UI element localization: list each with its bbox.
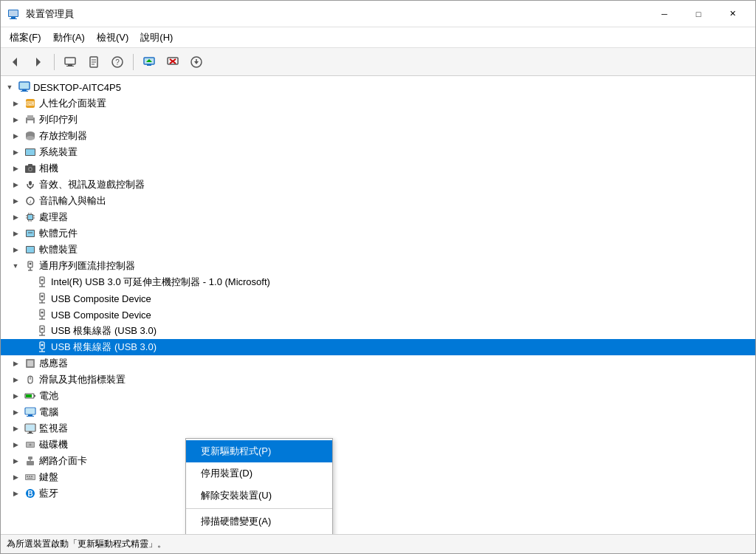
bluetooth-label: 藍牙: [39, 487, 58, 500]
software-dev-icon: [24, 243, 37, 256]
humanize-icon: ⌨: [24, 97, 37, 110]
tree-audio[interactable]: ▶ 音效、視訊及遊戲控制器: [1, 177, 755, 193]
disk-label: 磁碟機: [39, 438, 68, 451]
toolbar: ?: [1, 48, 755, 76]
menu-help[interactable]: 說明(H): [134, 27, 179, 48]
tree-monitor[interactable]: ▶ 監視器: [1, 420, 755, 437]
toolbar-sep-1: [54, 54, 55, 70]
menu-action[interactable]: 動作(A): [47, 27, 91, 48]
toolbar-download[interactable]: [185, 52, 207, 72]
tree-intel-usb[interactable]: ▶ Intel(R) USB 3.0 可延伸主機控制器 - 1.0 (Micro…: [1, 274, 755, 290]
svg-rect-104: [27, 461, 34, 465]
toolbar-help[interactable]: ?: [106, 52, 128, 72]
keyboard-label: 鍵盤: [39, 471, 58, 484]
expand-print[interactable]: ▶: [10, 114, 21, 126]
expand-battery[interactable]: ▶: [10, 390, 21, 402]
tree-mouse[interactable]: ▶ 滑鼠及其他指標裝置: [1, 372, 755, 388]
toolbar-remove[interactable]: [162, 52, 184, 72]
usb-ctrl-icon: [24, 259, 37, 273]
tree-usb-composite1[interactable]: ▶ USB Composite Device: [1, 290, 755, 307]
svg-rect-99: [29, 431, 32, 433]
svg-rect-58: [27, 230, 34, 236]
svg-text:B: B: [27, 490, 32, 498]
tree-software-comp[interactable]: ▶ 軟體元件: [1, 225, 755, 242]
svg-rect-91: [26, 394, 32, 397]
menu-view[interactable]: 檢視(V): [91, 27, 134, 48]
tree-bluetooth[interactable]: ▶ B 藍牙: [1, 485, 755, 502]
toolbar-monitor[interactable]: [138, 52, 160, 72]
usb-composite1-icon: [35, 292, 49, 305]
tree-disk[interactable]: ▶ 磁碟機: [1, 437, 755, 453]
expand-software-dev[interactable]: ▶: [10, 244, 21, 256]
ctx-update[interactable]: 更新驅動程式(P): [186, 440, 332, 462]
expand-disk[interactable]: ▶: [10, 439, 21, 451]
expand-computer[interactable]: ▶: [10, 406, 21, 418]
expand-audio[interactable]: ▶: [10, 179, 21, 191]
expand-sensor[interactable]: ▶: [10, 358, 21, 369]
close-button[interactable]: ✕: [715, 1, 749, 27]
expand-system[interactable]: ▶: [10, 146, 21, 158]
tree-keyboard[interactable]: ▶ 鍵盤: [1, 469, 755, 485]
minimize-button[interactable]: ─: [647, 1, 681, 27]
menu-file[interactable]: 檔案(F): [4, 27, 47, 48]
toolbar-computer[interactable]: [59, 52, 81, 72]
tree-sensor[interactable]: ▶ 感應器: [1, 355, 755, 372]
svg-rect-109: [27, 476, 28, 477]
storage-label: 存放控制器: [39, 129, 87, 143]
usb-hub2-label: USB 根集線器 (USB 3.0): [51, 341, 157, 354]
expand-software-comp[interactable]: ▶: [10, 228, 21, 239]
software-comp-icon: [24, 227, 37, 240]
svg-rect-3: [9, 10, 18, 16]
ctx-disable[interactable]: 停用裝置(D): [186, 462, 332, 485]
expand-camera[interactable]: ▶: [10, 163, 21, 174]
expand-root[interactable]: ▼: [4, 81, 16, 93]
tree-battery[interactable]: ▶ 電池: [1, 388, 755, 404]
expand-audioinout[interactable]: ▶: [10, 195, 21, 207]
tree-processor[interactable]: ▶ 處理器: [1, 209, 755, 225]
svg-marker-23: [194, 61, 199, 64]
tree-camera[interactable]: ▶ 相機: [1, 160, 755, 177]
expand-network[interactable]: ▶: [10, 455, 21, 467]
tree-network[interactable]: ▶ 網路介面卡: [1, 453, 755, 469]
tree-usb-ctrl[interactable]: ▼ 通用序列匯流排控制器: [1, 258, 755, 274]
tree-usb-hub2[interactable]: ▶ USB 根集線器 (USB 3.0): [1, 339, 755, 355]
svg-rect-111: [31, 476, 32, 477]
expand-humanize[interactable]: ▶: [10, 98, 21, 109]
ctx-sep-1: [186, 508, 332, 509]
svg-rect-100: [27, 433, 33, 434]
svg-rect-16: [147, 64, 151, 66]
tree-usb-composite2[interactable]: ▶ USB Composite Device: [1, 307, 755, 323]
svg-rect-87: [27, 360, 33, 366]
tree-humanize[interactable]: ▶ ⌨ 人性化介面裝置: [1, 95, 755, 112]
expand-processor[interactable]: ▶: [10, 211, 21, 223]
forward-button[interactable]: [27, 52, 49, 72]
ctx-uninstall[interactable]: 解除安裝裝置(U): [186, 485, 332, 507]
ctx-scan[interactable]: 掃描硬體變更(A): [186, 510, 332, 533]
svg-marker-4: [13, 58, 17, 66]
expand-monitor[interactable]: ▶: [10, 423, 21, 434]
tree-root[interactable]: ▼ DESKTOP-AITC4P5: [1, 79, 755, 95]
computer-icon: [18, 81, 31, 94]
svg-rect-61: [27, 247, 34, 253]
device-tree[interactable]: ▼ DESKTOP-AITC4P5 ▶ ⌨ 人性化介面裝置: [1, 76, 755, 534]
tree-print[interactable]: ▶ 列印佇列: [1, 112, 755, 128]
tree-usb-hub1[interactable]: ▶ USB 根集線器 (USB 3.0): [1, 323, 755, 339]
toolbar-sep-2: [133, 54, 134, 70]
expand-bluetooth[interactable]: ▶: [10, 488, 21, 499]
tree-storage[interactable]: ▶ 存放控制器: [1, 128, 755, 144]
expand-keyboard[interactable]: ▶: [10, 471, 21, 483]
toolbar-doc[interactable]: [83, 52, 105, 72]
tree-system[interactable]: ▶ 系統裝置: [1, 144, 755, 160]
tree-computer[interactable]: ▶ 電腦: [1, 404, 755, 420]
expand-usb-ctrl[interactable]: ▼: [10, 260, 21, 272]
svg-rect-6: [65, 58, 75, 64]
maximize-button[interactable]: □: [681, 1, 715, 27]
tree-audioinout[interactable]: ▶ ♪ 音訊輸入與輸出: [1, 193, 755, 209]
bluetooth-icon: B: [24, 487, 37, 500]
expand-storage[interactable]: ▶: [10, 130, 21, 142]
tree-software-dev[interactable]: ▶ 軟體裝置: [1, 242, 755, 258]
back-button[interactable]: [4, 52, 26, 72]
svg-point-69: [41, 279, 44, 281]
network-icon: [24, 454, 37, 468]
expand-mouse[interactable]: ▶: [10, 374, 21, 386]
